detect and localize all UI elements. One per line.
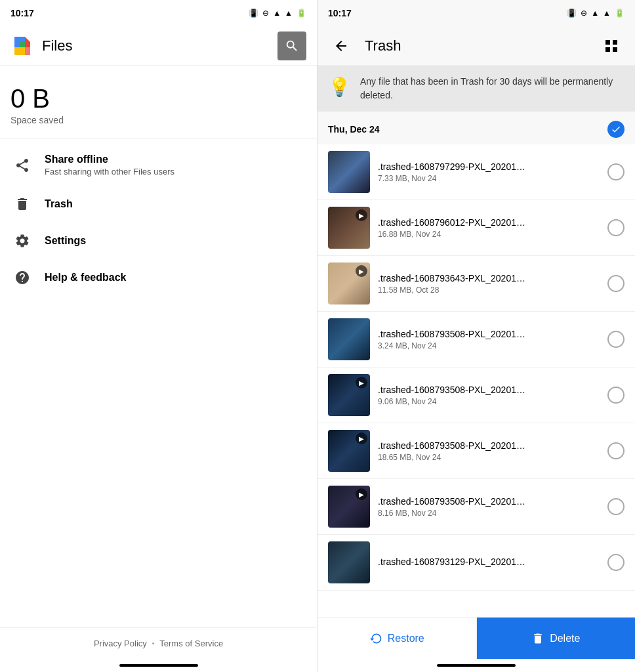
right-status-bar: 10:17 📳 ⊖ ▲ ▲ 🔋 bbox=[318, 0, 635, 26]
file-item-6[interactable]: ▶.trashed-1608793508-PXL_20201…8.16 MB, … bbox=[318, 479, 635, 535]
share-offline-icon bbox=[13, 156, 31, 175]
file-info-5: .trashed-1608793508-PXL_20201…18.65 MB, … bbox=[378, 440, 600, 462]
sidebar-item-trash[interactable]: Trash bbox=[0, 186, 317, 222]
file-list: .trashed-1608797299-PXL_20201…7.33 MB, N… bbox=[318, 144, 635, 617]
sidebar-item-help[interactable]: Help & feedback bbox=[0, 259, 317, 296]
file-item-4[interactable]: ▶.trashed-1608793508-PXL_20201…9.06 MB, … bbox=[318, 368, 635, 423]
storage-amount: 0 B bbox=[10, 84, 306, 114]
select-all-checkbox[interactable] bbox=[607, 121, 625, 138]
back-icon bbox=[333, 38, 349, 54]
video-badge-5: ▶ bbox=[356, 432, 367, 444]
file-item-2[interactable]: ▶.trashed-1608793643-PXL_20201…11.58 MB,… bbox=[318, 256, 635, 312]
trash-title: Trash bbox=[45, 198, 73, 210]
app-logo-icon bbox=[10, 34, 34, 58]
settings-title: Settings bbox=[45, 235, 86, 247]
file-item-3[interactable]: .trashed-1608793508-PXL_20201…3.24 MB, N… bbox=[318, 312, 635, 368]
file-item-1[interactable]: ▶.trashed-1608796012-PXL_20201…16.88 MB,… bbox=[318, 200, 635, 256]
file-select-3[interactable] bbox=[607, 331, 625, 348]
left-status-icons: 📳 ⊖ ▲ ▲ 🔋 bbox=[249, 9, 306, 18]
file-name-4: .trashed-1608793508-PXL_20201… bbox=[378, 385, 600, 395]
right-status-icons: 📳 ⊖ ▲ ▲ 🔋 bbox=[567, 9, 625, 18]
file-name-1: .trashed-1608796012-PXL_20201… bbox=[378, 217, 600, 228]
file-meta-6: 8.16 MB, Nov 24 bbox=[378, 509, 600, 518]
video-badge-1: ▶ bbox=[356, 209, 367, 221]
file-thumbnail-3 bbox=[328, 318, 370, 360]
terms-of-service-link[interactable]: Terms of Service bbox=[159, 639, 223, 648]
file-thumbnail-5: ▶ bbox=[328, 430, 370, 472]
file-item-7[interactable]: .trashed-1608793129-PXL_20201… bbox=[318, 535, 635, 591]
file-info-0: .trashed-1608797299-PXL_20201…7.33 MB, N… bbox=[378, 161, 600, 183]
r-wifi-icon: ▲ bbox=[591, 9, 599, 18]
file-info-4: .trashed-1608793508-PXL_20201…9.06 MB, N… bbox=[378, 385, 600, 406]
delete-button[interactable]: Delete bbox=[477, 618, 636, 659]
file-name-3: .trashed-1608793508-PXL_20201… bbox=[378, 329, 600, 339]
dnd-icon: ⊖ bbox=[262, 9, 269, 18]
restore-button[interactable]: Restore bbox=[318, 618, 477, 659]
right-status-time: 10:17 bbox=[328, 8, 352, 18]
file-thumbnail-0 bbox=[328, 151, 370, 193]
sidebar-item-share-offline[interactable]: Share offline Fast sharing with other Fi… bbox=[0, 144, 317, 186]
home-bar bbox=[119, 664, 198, 667]
app-header: Files bbox=[0, 26, 317, 66]
file-select-4[interactable] bbox=[607, 387, 625, 404]
file-select-6[interactable] bbox=[607, 498, 625, 515]
file-info-2: .trashed-1608793643-PXL_20201…11.58 MB, … bbox=[378, 273, 600, 295]
file-name-5: .trashed-1608793508-PXL_20201… bbox=[378, 440, 600, 451]
share-offline-subtitle: Fast sharing with other Files users bbox=[45, 167, 174, 177]
file-thumbnail-6: ▶ bbox=[328, 486, 370, 528]
right-header: Trash bbox=[318, 26, 635, 66]
storage-section: 0 B Space saved bbox=[0, 66, 317, 139]
file-item-0[interactable]: .trashed-1608797299-PXL_20201…7.33 MB, N… bbox=[318, 144, 635, 200]
file-meta-1: 16.88 MB, Nov 24 bbox=[378, 230, 600, 239]
file-select-1[interactable] bbox=[607, 219, 625, 236]
info-banner-text: Any file that has been in Trash for 30 d… bbox=[360, 75, 625, 102]
info-banner: 💡 Any file that has been in Trash for 30… bbox=[318, 66, 635, 112]
left-home-indicator bbox=[0, 659, 317, 672]
right-header-title: Trash bbox=[365, 37, 401, 54]
trash-text-area: Trash bbox=[45, 198, 73, 210]
share-offline-title: Share offline bbox=[45, 154, 174, 165]
file-thumbnail-7 bbox=[328, 541, 370, 583]
file-select-0[interactable] bbox=[607, 163, 625, 180]
app-logo-area: Files bbox=[10, 34, 72, 58]
share-offline-text-area: Share offline Fast sharing with other Fi… bbox=[45, 154, 174, 177]
date-header-row: Thu, Dec 24 bbox=[318, 112, 635, 144]
right-panel: 10:17 📳 ⊖ ▲ ▲ 🔋 Trash 💡 Any file that bbox=[318, 0, 635, 672]
search-button[interactable] bbox=[277, 32, 306, 60]
file-item-5[interactable]: ▶.trashed-1608793508-PXL_20201…18.65 MB,… bbox=[318, 423, 635, 479]
file-info-6: .trashed-1608793508-PXL_20201…8.16 MB, N… bbox=[378, 496, 600, 518]
delete-icon bbox=[531, 632, 544, 645]
file-meta-4: 9.06 MB, Nov 24 bbox=[378, 397, 600, 406]
sidebar-item-settings[interactable]: Settings bbox=[0, 222, 317, 259]
back-button[interactable] bbox=[328, 33, 354, 59]
file-name-7: .trashed-1608793129-PXL_20201… bbox=[378, 556, 600, 567]
settings-text-area: Settings bbox=[45, 235, 86, 247]
file-thumbnail-2: ▶ bbox=[328, 262, 370, 304]
left-footer: Privacy Policy • Terms of Service bbox=[0, 627, 317, 659]
file-select-7[interactable] bbox=[607, 554, 625, 571]
file-select-5[interactable] bbox=[607, 442, 625, 459]
restore-label: Restore bbox=[388, 633, 424, 644]
settings-icon bbox=[13, 232, 31, 250]
menu-list: Share offline Fast sharing with other Fi… bbox=[0, 139, 317, 627]
right-home-indicator bbox=[318, 659, 635, 672]
grid-icon bbox=[604, 38, 619, 54]
file-name-0: .trashed-1608797299-PXL_20201… bbox=[378, 161, 600, 172]
file-info-7: .trashed-1608793129-PXL_20201… bbox=[378, 556, 600, 569]
help-title: Help & feedback bbox=[45, 272, 126, 284]
privacy-policy-link[interactable]: Privacy Policy bbox=[94, 639, 147, 648]
delete-label: Delete bbox=[550, 633, 580, 644]
r-battery-icon: 🔋 bbox=[615, 9, 625, 18]
right-home-bar bbox=[437, 664, 516, 667]
file-info-3: .trashed-1608793508-PXL_20201…3.24 MB, N… bbox=[378, 329, 600, 350]
search-icon bbox=[285, 39, 299, 53]
svg-marker-2 bbox=[20, 42, 25, 47]
file-select-2[interactable] bbox=[607, 275, 625, 292]
svg-marker-3 bbox=[14, 47, 25, 55]
file-meta-0: 7.33 MB, Nov 24 bbox=[378, 174, 600, 183]
help-text-area: Help & feedback bbox=[45, 272, 126, 284]
grid-view-button[interactable] bbox=[598, 33, 625, 59]
bottom-actions: Restore Delete bbox=[318, 617, 635, 659]
file-name-6: .trashed-1608793508-PXL_20201… bbox=[378, 496, 600, 507]
file-name-2: .trashed-1608793643-PXL_20201… bbox=[378, 273, 600, 284]
